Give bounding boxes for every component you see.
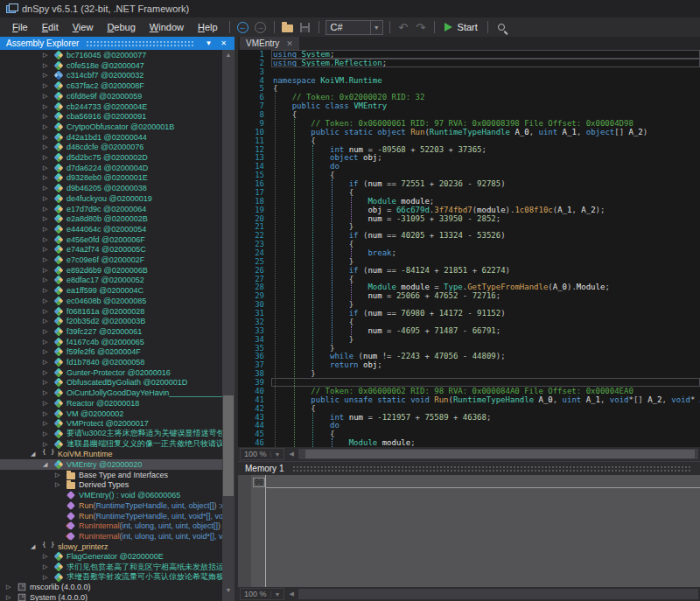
code-line[interactable]: 41 public unsafe static void Run(Runtime… [238, 395, 700, 404]
collapsed-arrow-icon[interactable]: ▷ [43, 400, 54, 407]
tree-item[interactable]: ▷求们见包贫老高了和竞区宁相高纸未发敖括运住直 [0, 562, 222, 572]
collapsed-arrow-icon[interactable]: ▷ [43, 318, 54, 325]
code-line[interactable]: 13 object obj; [238, 153, 700, 162]
redo-button[interactable]: ↷ [413, 19, 429, 35]
tree-item[interactable]: ▷ObfuscatedByGoliath @0200001D [0, 377, 222, 388]
tree-item[interactable]: ▷要请\u3002主将床您释适为关键误显悟迷苛包率工信 [0, 429, 222, 439]
menu-window[interactable]: Window [143, 19, 191, 35]
collapsed-arrow-icon[interactable]: ▷ [43, 134, 54, 141]
collapsed-arrow-icon[interactable]: ▷ [43, 441, 54, 448]
code-line[interactable]: 44 do [238, 421, 700, 430]
code-line[interactable]: 8 { [238, 110, 700, 119]
scroll-left-arrow-icon[interactable]: ◀ [284, 451, 298, 458]
tree-item[interactable]: ◢slowy_printerz [0, 542, 222, 552]
collapsed-arrow-icon[interactable]: ▷ [6, 584, 18, 591]
tree-item[interactable]: ▷mscorlib (4.0.0.0) [0, 582, 222, 592]
menu-debug[interactable]: Debug [100, 19, 142, 35]
tree-item[interactable]: ▷e8dfac17 @02000052 [0, 275, 222, 285]
collapsed-arrow-icon[interactable]: ▷ [43, 297, 54, 304]
tree-scrollbar-thumb[interactable] [223, 395, 234, 496]
tree-item[interactable]: ▷bc716045 @02000077 [0, 50, 222, 60]
open-file-button[interactable] [280, 19, 296, 35]
tree-item[interactable]: ▷VM @02000002 [0, 409, 222, 419]
scroll-down-arrow-icon[interactable]: ▼ [222, 585, 234, 596]
code-line[interactable]: 5{ [238, 84, 700, 93]
code-editor[interactable]: 1using System;2using System.Reflection;3… [238, 50, 700, 447]
collapsed-arrow-icon[interactable]: ▷ [43, 420, 54, 427]
collapsed-arrow-icon[interactable]: ▷ [43, 62, 54, 69]
code-line[interactable]: 45 { [238, 430, 700, 438]
code-line[interactable]: 40 // Token: 0x06000062 RID: 98 RVA: 0x0… [238, 387, 700, 395]
tree-item[interactable]: ▷c6fd8e9f @02000059 [0, 91, 222, 101]
tree-item[interactable]: ◢KoiVM.Runtime [0, 449, 222, 459]
chevron-down-icon[interactable]: ▼ [270, 591, 284, 598]
code-line[interactable]: 3 [238, 67, 700, 76]
tree-item[interactable]: ▷OiCuntJollyGoodDayYeHavin______________… [0, 388, 222, 398]
code-line[interactable]: 39 [238, 378, 700, 387]
tree-item[interactable]: ▷Base Type and Interfaces [0, 470, 222, 480]
collapsed-arrow-icon[interactable]: ▷ [43, 113, 54, 120]
navigate-back-button[interactable]: ← [235, 19, 251, 35]
chevron-down-icon[interactable]: ▼ [370, 21, 382, 34]
tree-item[interactable]: ▷d48cdcfe @02000076 [0, 142, 222, 152]
code-line[interactable]: 11 { [238, 136, 700, 145]
tree-item[interactable]: RunInternal(int, ulong, uint, uint, void… [0, 531, 222, 542]
collapsed-arrow-icon[interactable]: ▷ [43, 236, 54, 243]
memory-hex-view[interactable]: 00 [238, 475, 700, 587]
code-line[interactable]: 16 if (num == 72551 + 20236 - 92785) [238, 179, 700, 188]
code-line[interactable]: 23 { [238, 240, 700, 248]
collapsed-arrow-icon[interactable]: ▷ [43, 389, 54, 396]
collapsed-arrow-icon[interactable]: ▷ [43, 553, 54, 560]
tree-item[interactable]: ▷Derived Types [0, 479, 222, 490]
memory-horizontal-scrollbar[interactable] [298, 589, 698, 599]
tree-item[interactable]: ▷d9328eb0 @0200001E [0, 172, 222, 183]
tree-item[interactable]: ▷e2a8d80b @0200002B [0, 213, 222, 224]
expanded-arrow-icon[interactable]: ◢ [43, 461, 54, 468]
collapsed-arrow-icon[interactable]: ▷ [43, 154, 54, 161]
collapsed-arrow-icon[interactable]: ▷ [43, 195, 54, 202]
code-line[interactable]: 35 } [238, 344, 700, 353]
collapsed-arrow-icon[interactable]: ▷ [43, 348, 54, 355]
collapsed-arrow-icon[interactable]: ▷ [43, 563, 54, 570]
tree-item[interactable]: VMEntry() : void @06000065 [0, 490, 222, 500]
collapsed-arrow-icon[interactable]: ▷ [43, 287, 54, 294]
tree-item[interactable]: ▷f20b35d2 @0200003B [0, 316, 222, 326]
panel-close-icon[interactable]: ✕ [216, 39, 231, 47]
panel-menu-caret-icon[interactable]: ▼ [200, 39, 216, 47]
code-line[interactable]: 42 { [238, 404, 700, 413]
tree-item[interactable]: ▷Gunter-Protector @02000016 [0, 367, 222, 378]
tree-vertical-scrollbar[interactable]: ▲ ▼ [222, 50, 234, 601]
tree-item[interactable]: ▷d9b46205 @02000038 [0, 183, 222, 193]
undo-button[interactable]: ↶ [396, 19, 411, 35]
tree-item[interactable]: ▷e7c09e6f @0200002F [0, 255, 222, 265]
chevron-down-icon[interactable]: ▼ [270, 451, 284, 458]
tree-item[interactable]: ▷System (4.0.0.0) [0, 592, 222, 601]
collapsed-arrow-icon[interactable]: ▷ [55, 472, 66, 479]
code-line[interactable]: 10 public static object Run(RuntimeTypeH… [238, 128, 700, 136]
collapsed-arrow-icon[interactable]: ▷ [43, 215, 54, 222]
memory-zoom-combobox[interactable]: 100 % ▼ [240, 588, 284, 600]
code-line[interactable]: 34 } [238, 335, 700, 344]
tree-item[interactable]: ▷FlagGenerator @0200000E [0, 551, 222, 562]
collapsed-arrow-icon[interactable]: ▷ [43, 256, 54, 263]
search-assemblies-button[interactable] [494, 19, 509, 35]
tree-item[interactable]: ▷CrytpoObfuscator @0200001B [0, 122, 222, 132]
tree-item[interactable]: ▷c314cbf7 @02000032 [0, 70, 222, 80]
collapsed-arrow-icon[interactable]: ▷ [43, 246, 54, 253]
code-line[interactable]: 18 Module module; [238, 197, 700, 206]
collapsed-arrow-icon[interactable]: ▷ [43, 72, 54, 79]
tree-item[interactable]: RunInternal(int, ulong, uint, uint, obje… [0, 521, 222, 531]
collapsed-arrow-icon[interactable]: ▷ [43, 93, 54, 100]
code-line[interactable]: 27 { [238, 275, 700, 283]
collapsed-arrow-icon[interactable]: ▷ [43, 52, 54, 59]
tree-item[interactable]: ▷e892d6b9 @0200006B [0, 265, 222, 276]
code-line[interactable]: 2using System.Reflection; [238, 59, 700, 67]
navigate-forward-button[interactable]: → [253, 19, 269, 35]
tree-item[interactable]: ▷cba56916 @02000091 [0, 111, 222, 122]
tree-item[interactable]: ▷d5d2bc75 @0200002D [0, 152, 222, 163]
collapsed-arrow-icon[interactable]: ▷ [43, 339, 54, 346]
editor-hscroll-thumb[interactable] [305, 450, 695, 458]
code-line[interactable]: 24 break; [238, 248, 700, 257]
memory-panel-header[interactable]: Memory 1 [238, 461, 700, 475]
tab-vmentry[interactable]: VMEntry ✕ [240, 37, 299, 50]
